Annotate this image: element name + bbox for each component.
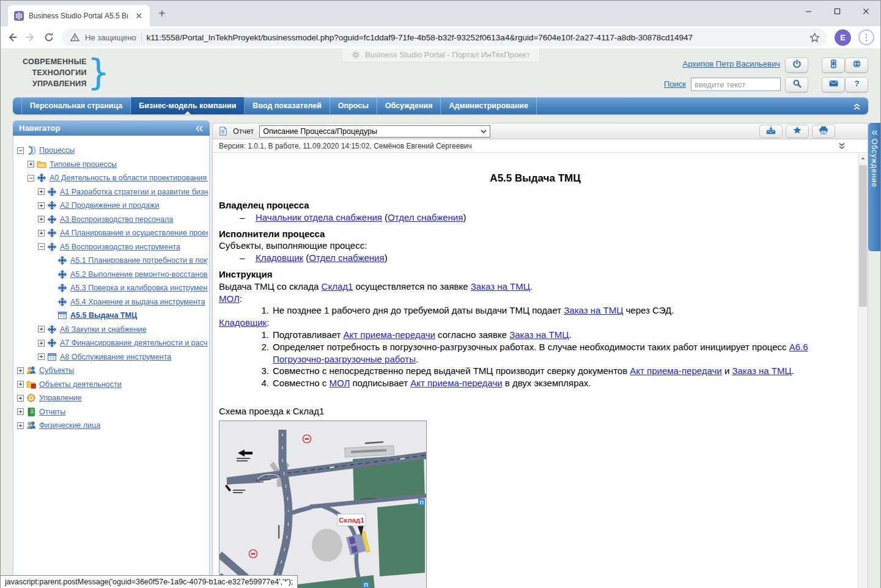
tree-item-link[interactable]: А1 Разработка стратегии и развитие бизне…: [60, 188, 208, 196]
sidebar-collapse-icon[interactable]: [195, 125, 204, 131]
doc-link[interactable]: МОЛ: [329, 378, 350, 388]
tree-expander-plus-icon[interactable]: +: [38, 230, 45, 237]
tree-expander-plus-icon[interactable]: +: [17, 367, 24, 374]
tree-expander-plus-icon[interactable]: +: [17, 395, 24, 402]
nav-tab[interactable]: Опросы: [330, 97, 377, 114]
logout-button[interactable]: [785, 57, 808, 73]
doc-link[interactable]: Кладовщик: [256, 252, 303, 263]
tree-item-link[interactable]: А0 Деятельность в области проектирования…: [50, 174, 208, 182]
url-text[interactable]: k11:5558/Portal_InTekhProyekt/businessmo…: [147, 33, 805, 42]
tree-expander-plus-icon[interactable]: +: [38, 340, 45, 347]
tree-item-link[interactable]: А4 Планирование и осуществление проектны…: [60, 229, 208, 237]
browser-tab[interactable]: Business Studio Portal А5.5 Выда ✕: [8, 5, 150, 26]
window-minimize-button[interactable]: [794, 1, 823, 21]
doc-link[interactable]: Заказ на ТМЦ: [732, 366, 791, 376]
nav-tab[interactable]: Бизнес-модель компании: [131, 97, 245, 114]
window-maximize-button[interactable]: [823, 1, 852, 21]
doc-link[interactable]: Акт приема-передачи: [410, 378, 502, 388]
doc-link[interactable]: Склад1: [322, 281, 353, 292]
tree-item-link[interactable]: А2 Продвижение и продажи: [60, 201, 159, 210]
doc-link[interactable]: А6.6 Погрузочно-разгрузочные работы: [273, 342, 808, 364]
tree-item-link[interactable]: А6 Закупки и снабжение: [60, 325, 147, 334]
tree-item-link[interactable]: А7 Финансирование деятельности и расчеты: [60, 339, 208, 347]
search-button[interactable]: [785, 77, 808, 92]
doc-link[interactable]: Заказ на ТМЦ: [509, 329, 569, 340]
user-name-link[interactable]: Архипов Петр Васильевич: [683, 59, 780, 68]
mail-button[interactable]: [822, 77, 845, 92]
tree-expander-plus-icon[interactable]: +: [17, 422, 24, 429]
tree-expander-plus-icon[interactable]: +: [38, 216, 45, 222]
tree-item-link[interactable]: А5 Воспроизводство инструмента: [60, 243, 180, 251]
tree-expander-plus-icon[interactable]: +: [17, 381, 24, 388]
scroll-up-icon[interactable]: [858, 153, 868, 163]
tree-expander-plus-icon[interactable]: +: [28, 161, 34, 167]
tree-expander-plus-icon[interactable]: +: [38, 202, 45, 209]
tree-item-link[interactable]: А5.5 Выдача ТМЦ: [70, 311, 137, 320]
forward-icon[interactable]: [25, 32, 36, 43]
tree-item-link[interactable]: Объекты деятельности: [39, 380, 122, 389]
nav-tab[interactable]: Персональная страница: [21, 97, 131, 114]
printer-icon: [819, 126, 828, 137]
doc-link[interactable]: Заказ на ТМЦ: [564, 305, 623, 315]
tree-expander-plus-icon[interactable]: +: [38, 353, 45, 360]
tree-item-link[interactable]: А5.2 Выполнение ремонтно-восстановительн: [70, 270, 208, 279]
search-input[interactable]: [691, 78, 781, 91]
content-scrollbar[interactable]: [858, 153, 868, 588]
tree-expander-minus-icon[interactable]: −: [28, 175, 34, 182]
search-link[interactable]: Поиск: [664, 79, 686, 89]
bookmark-star-icon[interactable]: [809, 32, 820, 43]
print-button[interactable]: [812, 125, 835, 138]
tree-expander-plus-icon[interactable]: +: [38, 326, 45, 333]
report-select[interactable]: Описание Процесса/Процедуры: [259, 125, 490, 138]
tree-item-link[interactable]: Субъекты: [39, 366, 74, 375]
security-warning-icon[interactable]: [69, 32, 80, 43]
tree-item-link[interactable]: Отчеты: [39, 408, 65, 416]
process-icon: [57, 283, 67, 293]
doc-link[interactable]: Начальник отдела снабжения: [256, 212, 382, 222]
address-bar[interactable]: Не защищено k11:5558/Portal_InTekhProyek…: [62, 29, 827, 46]
doc-link[interactable]: Отдел снабжения: [309, 252, 384, 263]
export-button[interactable]: [759, 125, 783, 138]
navbar-collapse-icon[interactable]: [853, 102, 861, 110]
discussion-side-tab[interactable]: Обсуждение: [868, 123, 880, 251]
doc-link[interactable]: МОЛ: [219, 293, 240, 304]
tree-item-link[interactable]: А8 Обслуживание инструмента: [60, 353, 171, 361]
tree-expander-plus-icon[interactable]: +: [17, 408, 24, 415]
tree-item-link[interactable]: Типовые процессы: [50, 160, 117, 169]
tree-expander-minus-icon[interactable]: −: [17, 147, 24, 154]
help-button[interactable]: ?: [845, 77, 868, 92]
phone-icon: [829, 59, 838, 71]
profile-avatar[interactable]: E: [835, 29, 851, 46]
mobile-button[interactable]: [822, 57, 845, 73]
back-icon[interactable]: [7, 32, 18, 43]
tree-item-link[interactable]: Управление: [39, 394, 82, 402]
scrollbar-thumb[interactable]: [859, 165, 867, 307]
window-close-button[interactable]: [852, 1, 880, 21]
doc-link[interactable]: Отдел снабжения: [388, 212, 463, 222]
list-dash-marker: –: [240, 211, 256, 224]
tree-expander-plus-icon[interactable]: +: [38, 188, 45, 195]
list-number-marker: 1.: [254, 329, 269, 341]
tree-item-link[interactable]: А5.1 Планирование потребности в покупке …: [70, 256, 208, 265]
tree-item-link[interactable]: Физические лица: [39, 421, 100, 430]
tree-item-link[interactable]: Процессы: [39, 146, 75, 155]
nav-tab[interactable]: Ввод показателей: [245, 97, 330, 114]
tree-item-link[interactable]: А5.4 Хранение и выдача инструмента: [70, 298, 205, 306]
tree-item-link[interactable]: А3 Воспроизводство персонала: [60, 215, 173, 224]
doc-link[interactable]: Акт приема-передачи: [630, 366, 721, 376]
language-button[interactable]: [845, 57, 868, 73]
doc-link[interactable]: Акт приема-передачи: [344, 329, 435, 340]
doc-link[interactable]: Кладовщик: [219, 317, 267, 328]
tree-expander-minus-icon[interactable]: −: [38, 243, 45, 250]
tree-item-link[interactable]: А5.3 Поверка и калибровка инструмента: [70, 284, 208, 292]
new-tab-button[interactable]: +: [158, 7, 166, 21]
browser-menu-icon[interactable]: ⋮: [858, 29, 874, 45]
nav-tab[interactable]: Администрирование: [441, 97, 536, 114]
tab-close-icon[interactable]: ✕: [133, 10, 145, 21]
expand-versions-icon[interactable]: [838, 142, 846, 149]
nav-tab[interactable]: Обсуждения: [377, 97, 441, 114]
favorite-button[interactable]: [786, 125, 809, 138]
reload-icon[interactable]: [43, 32, 54, 43]
doc-link[interactable]: Заказ на ТМЦ: [471, 281, 530, 292]
globe-icon: [852, 59, 861, 71]
